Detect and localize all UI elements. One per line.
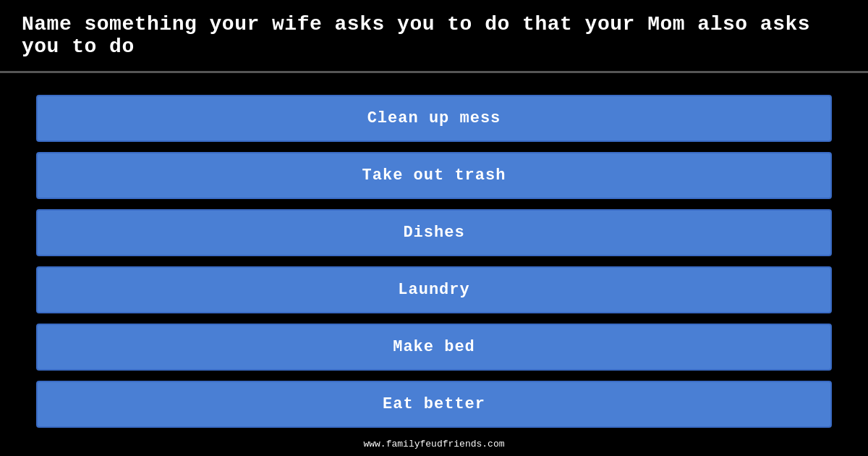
answer-bar-0[interactable]: Clean up mess bbox=[36, 95, 832, 142]
answer-label-2: Dishes bbox=[403, 224, 464, 242]
footer-url: www.familyfeudfriends.com bbox=[363, 439, 504, 449]
answer-label-5: Eat better bbox=[383, 395, 485, 413]
answer-label-4: Make bed bbox=[393, 338, 475, 356]
answers-list: Clean up messTake out trashDishesLaundry… bbox=[0, 80, 868, 442]
answer-label-1: Take out trash bbox=[362, 166, 506, 185]
footer: www.familyfeudfriends.com bbox=[0, 437, 868, 450]
answer-label-3: Laundry bbox=[398, 281, 469, 299]
question-header: Name something your wife asks you to do … bbox=[0, 0, 868, 73]
answer-bar-3[interactable]: Laundry bbox=[36, 266, 832, 313]
answer-label-0: Clean up mess bbox=[367, 109, 501, 127]
answer-bar-1[interactable]: Take out trash bbox=[36, 152, 832, 199]
answer-bar-5[interactable]: Eat better bbox=[36, 381, 832, 428]
answer-bar-2[interactable]: Dishes bbox=[36, 209, 832, 256]
answer-bar-4[interactable]: Make bed bbox=[36, 324, 832, 371]
question-text: Name something your wife asks you to do … bbox=[22, 13, 810, 58]
